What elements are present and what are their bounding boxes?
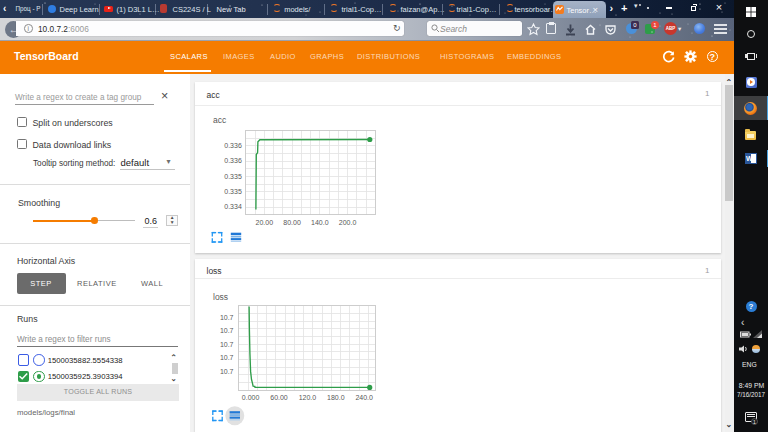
svg-text:10.7: 10.7 <box>220 341 234 348</box>
svg-text:140.0: 140.0 <box>311 219 329 226</box>
svg-text:10.7: 10.7 <box>220 314 234 321</box>
svg-text:0.336: 0.336 <box>224 142 242 149</box>
svg-text:0.000: 0.000 <box>242 394 260 401</box>
svg-text:60.00: 60.00 <box>270 394 288 401</box>
svg-text:0.335: 0.335 <box>224 173 242 180</box>
svg-text:20.00: 20.00 <box>256 219 274 226</box>
svg-text:0.334: 0.334 <box>224 203 242 210</box>
svg-text:10.7: 10.7 <box>220 368 234 375</box>
svg-text:240.0: 240.0 <box>355 394 373 401</box>
svg-text:0.335: 0.335 <box>224 188 242 195</box>
svg-text:120.0: 120.0 <box>299 394 317 401</box>
svg-text:200.0: 200.0 <box>339 219 357 226</box>
svg-text:80.00: 80.00 <box>283 219 301 226</box>
svg-text:10.7: 10.7 <box>220 354 234 361</box>
svg-text:180.0: 180.0 <box>327 394 345 401</box>
svg-text:0.336: 0.336 <box>224 157 242 164</box>
svg-text:10.7: 10.7 <box>220 327 234 334</box>
